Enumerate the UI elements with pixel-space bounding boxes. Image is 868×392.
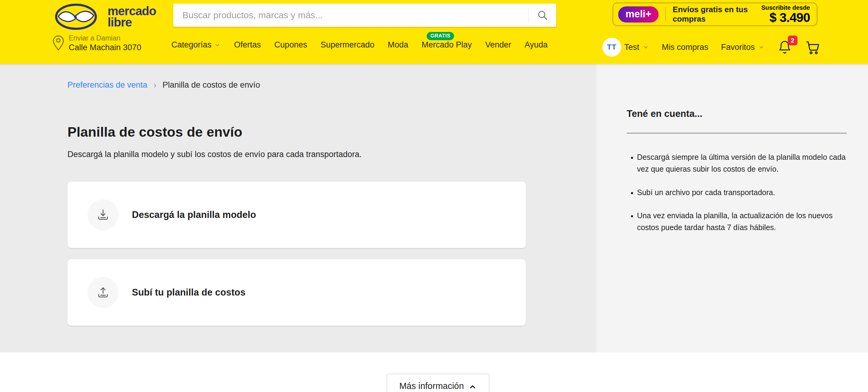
search-icon xyxy=(537,9,548,21)
nav-item-ayuda[interactable]: Ayuda xyxy=(525,40,548,50)
chevron-down-icon xyxy=(643,44,649,51)
download-template-card[interactable]: Descargá la planilla modelo xyxy=(67,182,526,248)
nav-label: Vender xyxy=(485,40,511,50)
meli-plus-banner[interactable]: meli+ Envíos gratis en tus compras Suscr… xyxy=(612,2,817,26)
breadcrumb-current: Planilla de costos de envío xyxy=(163,80,260,90)
page-title: Planilla de costos de envío xyxy=(67,124,242,140)
nav-item-moda[interactable]: Moda xyxy=(388,40,408,50)
meli-plus-message: Envíos gratis en tus compras xyxy=(673,5,755,24)
action-cards: Descargá la planilla modelo Subí tu plan… xyxy=(67,182,526,337)
nav-label: Ayuda xyxy=(525,40,548,50)
nav-item-vender[interactable]: Vender xyxy=(485,40,511,50)
search-bar xyxy=(173,4,556,27)
chevron-down-icon xyxy=(214,42,221,48)
favorites-menu[interactable]: Favoritos xyxy=(721,43,765,52)
breadcrumb-link-preferencias[interactable]: Preferencias de venta xyxy=(67,80,147,90)
nav-item-ofertas[interactable]: Ofertas xyxy=(234,40,261,50)
tip-item: Una vez enviada la planilla, la actualiz… xyxy=(637,210,847,233)
breadcrumb: Preferencias de venta › Planilla de cost… xyxy=(67,80,260,90)
handshake-icon xyxy=(51,4,101,30)
nav-item-categorias[interactable]: Categorías xyxy=(172,40,221,50)
cart-icon xyxy=(805,39,820,55)
favorites-label: Favoritos xyxy=(721,43,755,52)
header: mercado libre meli+ Envíos gratis en tus… xyxy=(0,0,868,64)
avatar: TT xyxy=(602,38,621,57)
my-purchases-link[interactable]: Mis compras xyxy=(662,43,708,52)
notification-badge: 2 xyxy=(788,36,798,45)
location-line1: Enviar a Damian xyxy=(69,34,141,42)
breadcrumb-separator: › xyxy=(153,80,157,90)
nav-label: Ofertas xyxy=(234,40,261,50)
chevron-up-icon xyxy=(469,383,476,391)
tip-item: Subí un archivo por cada transportadora. xyxy=(637,187,847,198)
cart-button[interactable] xyxy=(805,39,820,55)
nav-item-mercado-play[interactable]: GRATIS Mercado Play xyxy=(422,40,472,50)
chevron-down-icon xyxy=(758,44,765,51)
shipping-location[interactable]: Enviar a Damian Calle Machain 3070 xyxy=(52,34,141,52)
user-navigation: TT Test Mis compras Favoritos 2 xyxy=(602,38,820,57)
sidebar-title: Tené en cuenta... xyxy=(627,108,847,119)
sidebar-divider xyxy=(627,133,847,134)
search-button[interactable] xyxy=(529,4,556,27)
notifications-button[interactable]: 2 xyxy=(777,40,792,54)
location-pin-icon xyxy=(52,34,65,51)
account-menu[interactable]: TT Test xyxy=(602,38,649,57)
download-icon xyxy=(96,208,110,222)
sidebar-tips-list: Descargá siempre la última versión de la… xyxy=(627,151,847,233)
more-info-label: Más información xyxy=(399,381,464,392)
more-info-button[interactable]: Más información xyxy=(386,374,489,392)
nav-label: Moda xyxy=(388,40,408,50)
location-text: Enviar a Damian Calle Machain 3070 xyxy=(69,34,141,52)
price-value: $ 3.490 xyxy=(761,11,810,24)
location-line2: Calle Machain 3070 xyxy=(69,43,141,52)
upload-card-label: Subí tu planilla de costos xyxy=(132,287,246,298)
page-subtitle: Descargá la planilla modelo y subí los c… xyxy=(67,150,362,159)
footer: Más información xyxy=(0,353,868,392)
icon-circle xyxy=(88,199,119,230)
nav-item-supermercado[interactable]: Supermercado xyxy=(321,40,374,50)
nav-label: Cupones xyxy=(274,40,307,50)
upload-icon xyxy=(96,285,110,300)
meli-plus-logo: meli+ xyxy=(618,6,659,23)
mercadolibre-logo[interactable]: mercado libre xyxy=(51,4,156,30)
icon-circle xyxy=(88,277,119,308)
logo-wordmark: mercado libre xyxy=(107,5,156,28)
upload-spreadsheet-card[interactable]: Subí tu planilla de costos xyxy=(67,259,526,326)
tips-sidebar: Tené en cuenta... Descargá siempre la úl… xyxy=(627,108,847,245)
search-input[interactable] xyxy=(173,10,528,20)
page: mercado libre meli+ Envíos gratis en tus… xyxy=(0,0,868,392)
download-card-label: Descargá la planilla modelo xyxy=(132,209,256,220)
nav-label: Mercado Play xyxy=(422,40,472,50)
nav-item-cupones[interactable]: Cupones xyxy=(274,40,307,50)
meli-plus-price: Suscribite desde $ 3.490 xyxy=(761,5,810,24)
subscribe-from-label: Suscribite desde xyxy=(761,5,810,11)
nav-label: Categorías xyxy=(172,40,212,50)
nav-label: Supermercado xyxy=(321,40,374,50)
my-purchases-label: Mis compras xyxy=(662,43,708,52)
gratis-badge: GRATIS xyxy=(426,31,455,41)
tip-item: Descargá siempre la última versión de la… xyxy=(637,151,847,175)
banner-divider xyxy=(665,7,666,22)
main-navigation: Categorías Ofertas Cupones Supermercado … xyxy=(172,40,548,50)
account-name: Test xyxy=(624,43,640,52)
